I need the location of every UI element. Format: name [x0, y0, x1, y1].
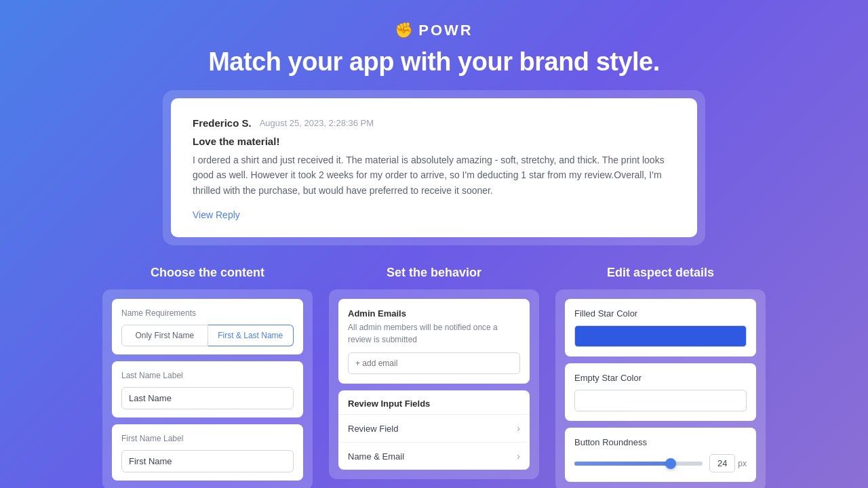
chevron-right-icon-2: ›	[517, 451, 520, 462]
review-card-container: Frederico S. August 25, 2023, 2:28:36 PM…	[163, 90, 705, 245]
first-last-name-btn[interactable]: First & Last Name	[208, 325, 294, 346]
logo: ✊ POWR	[0, 22, 868, 39]
last-name-label-widget: Last Name Label	[112, 361, 303, 418]
page-header: ✊ POWR Match your app with your brand st…	[0, 0, 868, 90]
roundness-value-box: px	[709, 454, 747, 472]
name-requirements-widget: Name Requirements Only First Name First …	[112, 299, 303, 354]
roundness-row: px	[574, 454, 747, 472]
behavior-panel: Set the behavior Admin Emails All admin …	[329, 266, 539, 488]
logo-text: POWR	[418, 22, 473, 39]
button-roundness-widget: Button Roundness px	[565, 428, 756, 482]
filled-star-color-label: Filled Star Color	[574, 308, 747, 319]
only-first-name-btn[interactable]: Only First Name	[121, 325, 208, 346]
first-name-label-widget: First Name Label	[112, 424, 303, 481]
review-field-item-1[interactable]: Review Field ›	[338, 415, 530, 443]
filled-star-color-widget: Filled Star Color	[565, 299, 756, 357]
page-headline: Match your app with your brand style.	[0, 47, 868, 77]
review-field-item-2[interactable]: Name & Email ›	[338, 443, 530, 470]
roundness-unit: px	[738, 459, 747, 468]
review-date: August 25, 2023, 2:28:36 PM	[260, 118, 374, 128]
review-fields-title: Review Input Fields	[338, 390, 530, 415]
review-header: Frederico S. August 25, 2023, 2:28:36 PM	[193, 117, 675, 129]
behavior-panel-content: Admin Emails All admin members will be n…	[329, 289, 539, 479]
empty-star-color-label: Empty Star Color	[574, 373, 747, 383]
aspect-panel-title: Edit aspect details	[555, 266, 766, 280]
add-email-input[interactable]	[348, 352, 520, 374]
name-requirements-label: Name Requirements	[121, 308, 294, 318]
review-card: Frederico S. August 25, 2023, 2:28:36 PM…	[171, 98, 697, 237]
first-name-input[interactable]	[121, 450, 294, 472]
admin-emails-widget: Admin Emails All admin members will be n…	[338, 299, 530, 384]
review-field-label-2: Name & Email	[348, 451, 404, 462]
button-roundness-label: Button Roundness	[574, 437, 747, 447]
review-title: Love the material!	[193, 136, 675, 147]
review-body: I ordered a shirt and just received it. …	[193, 152, 675, 198]
bottom-panels: Choose the content Name Requirements Onl…	[0, 266, 868, 488]
aspect-panel: Edit aspect details Filled Star Color Em…	[555, 266, 766, 488]
last-name-input[interactable]	[121, 387, 294, 409]
content-panel-title: Choose the content	[102, 266, 313, 280]
last-name-label-text: Last Name Label	[121, 371, 294, 380]
name-requirements-toggle: Only First Name First & Last Name	[121, 325, 294, 346]
slider-track	[574, 462, 703, 466]
roundness-value-input[interactable]	[709, 454, 735, 472]
view-reply-link[interactable]: View Reply	[193, 209, 240, 220]
first-name-label-text: First Name Label	[121, 434, 294, 443]
review-field-label-1: Review Field	[348, 424, 398, 434]
admin-emails-title: Admin Emails	[348, 308, 520, 319]
review-fields-widget: Review Input Fields Review Field › Name …	[338, 390, 530, 470]
slider-thumb[interactable]	[665, 458, 676, 469]
empty-star-color-widget: Empty Star Color	[565, 363, 756, 421]
roundness-slider-container	[574, 462, 703, 466]
powr-icon: ✊	[395, 22, 413, 39]
admin-emails-desc: All admin members will be notified once …	[348, 321, 520, 346]
aspect-panel-content: Filled Star Color Empty Star Color Butto…	[555, 289, 766, 488]
empty-star-color-swatch[interactable]	[574, 390, 747, 411]
chevron-right-icon-1: ›	[517, 423, 520, 434]
filled-star-color-swatch[interactable]	[574, 325, 747, 347]
content-panel: Choose the content Name Requirements Onl…	[102, 266, 313, 488]
content-panel-content: Name Requirements Only First Name First …	[102, 289, 313, 488]
behavior-panel-title: Set the behavior	[329, 266, 539, 280]
slider-fill	[574, 462, 671, 466]
reviewer-name: Frederico S.	[193, 117, 252, 129]
